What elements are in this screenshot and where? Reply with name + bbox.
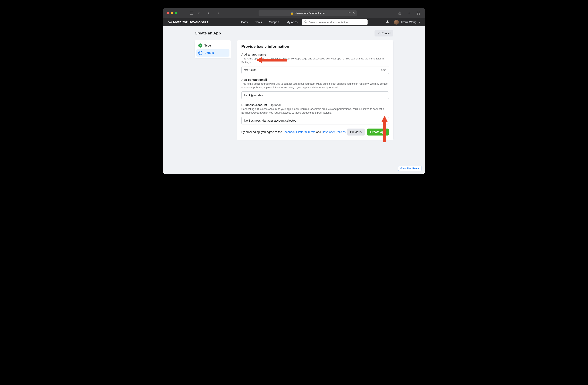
create-app-button[interactable]: Create app <box>367 129 389 136</box>
progress-icon <box>198 51 202 55</box>
svg-rect-6 <box>419 14 420 15</box>
field-help: This is the email address we'll use to c… <box>241 82 389 89</box>
forward-icon[interactable] <box>215 10 221 16</box>
nav-support[interactable]: Support <box>269 21 279 24</box>
field-label: App contact email <box>241 78 389 81</box>
page-body: Create an App ✕ Cancel ✓ Type Details Pr… <box>163 26 425 174</box>
search-box[interactable] <box>302 19 368 25</box>
svg-rect-5 <box>417 14 418 15</box>
field-help: Connecting a Business Account to your ap… <box>241 107 389 114</box>
browser-window: ▾ 🔒 developers.facebook.com ᵀᴳ ↻ Meta fo… <box>163 8 425 174</box>
search-input[interactable] <box>309 21 365 24</box>
refresh-icon[interactable]: ↻ <box>353 12 355 15</box>
form-heading: Provide basic information <box>241 44 389 49</box>
field-contact-email: App contact email This is the email addr… <box>241 78 389 99</box>
new-tab-icon[interactable] <box>406 10 412 16</box>
field-label: Add an app name <box>241 53 389 56</box>
svg-line-8 <box>306 22 307 23</box>
step-label: Type <box>205 44 211 47</box>
user-name: Frank Wang <box>401 21 417 24</box>
traffic-lights <box>167 12 177 14</box>
step-type[interactable]: ✓ Type <box>196 42 230 49</box>
close-icon: ✕ <box>378 32 380 35</box>
chevron-down-icon: ▼ <box>419 21 420 23</box>
char-counter: 8/30 <box>381 69 386 72</box>
page-title: Create an App <box>195 31 221 35</box>
minimize-window-icon[interactable] <box>171 12 173 14</box>
site-header: Meta for Developers Docs Tools Support M… <box>163 18 425 26</box>
field-app-name: Add an app name This is the app name tha… <box>241 53 389 74</box>
nav-tools[interactable]: Tools <box>255 21 262 24</box>
developer-policies-link[interactable]: Developer Policies <box>322 130 346 134</box>
select-value: No Business Manager account selected <box>244 119 296 122</box>
brand[interactable]: Meta for Developers <box>168 20 208 24</box>
field-business-account: Business Account · Optional Connecting a… <box>241 103 389 124</box>
sidebar-icon[interactable] <box>189 10 194 16</box>
steps-sidebar: ✓ Type Details <box>195 40 231 58</box>
chevron-down-icon[interactable]: ▾ <box>196 10 202 16</box>
user-menu[interactable]: Frank Wang ▼ <box>394 20 420 24</box>
tabs-icon[interactable] <box>416 10 421 16</box>
nav-my-apps[interactable]: My Apps <box>287 21 298 24</box>
nav-docs[interactable]: Docs <box>241 21 248 24</box>
step-details[interactable]: Details <box>196 49 230 57</box>
avatar <box>394 20 399 24</box>
feedback-button[interactable]: Give Feedback <box>398 166 421 171</box>
contact-email-input[interactable] <box>244 94 386 97</box>
search-icon <box>304 20 307 24</box>
svg-rect-4 <box>419 12 420 13</box>
step-label: Details <box>205 51 214 55</box>
business-account-select[interactable]: No Business Manager account selected ▼ <box>241 117 389 124</box>
share-icon[interactable] <box>397 10 403 16</box>
maximize-window-icon[interactable] <box>175 12 177 14</box>
app-name-input[interactable] <box>244 68 381 72</box>
check-icon: ✓ <box>198 44 202 47</box>
field-label: Business Account · Optional <box>241 103 389 107</box>
platform-terms-link[interactable]: Facebook Platform Terms <box>283 130 315 134</box>
agree-text: By proceeding, you agree to the Facebook… <box>241 130 346 134</box>
cancel-button[interactable]: ✕ Cancel <box>375 30 393 37</box>
field-help: This is the app name that will show on y… <box>241 57 389 64</box>
titlebar: ▾ 🔒 developers.facebook.com ᵀᴳ ↻ <box>163 8 425 18</box>
svg-rect-3 <box>417 12 418 13</box>
url-text: developers.facebook.com <box>295 12 325 15</box>
caret-down-icon: ▼ <box>384 119 386 122</box>
form-panel: Provide basic information Add an app nam… <box>237 40 393 140</box>
previous-button[interactable]: Previous <box>347 129 365 136</box>
top-nav: Docs Tools Support My Apps <box>241 21 297 24</box>
bell-icon[interactable] <box>386 20 389 24</box>
lock-icon: 🔒 <box>290 12 294 15</box>
svg-point-7 <box>304 21 306 23</box>
svg-rect-0 <box>190 12 193 15</box>
close-window-icon[interactable] <box>167 12 169 14</box>
translate-icon[interactable]: ᵀᴳ <box>348 12 351 15</box>
cancel-label: Cancel <box>381 32 391 35</box>
back-icon[interactable] <box>206 10 212 16</box>
brand-text: Meta for Developers <box>173 20 208 24</box>
address-bar[interactable]: 🔒 developers.facebook.com ᵀᴳ ↻ <box>259 10 357 16</box>
